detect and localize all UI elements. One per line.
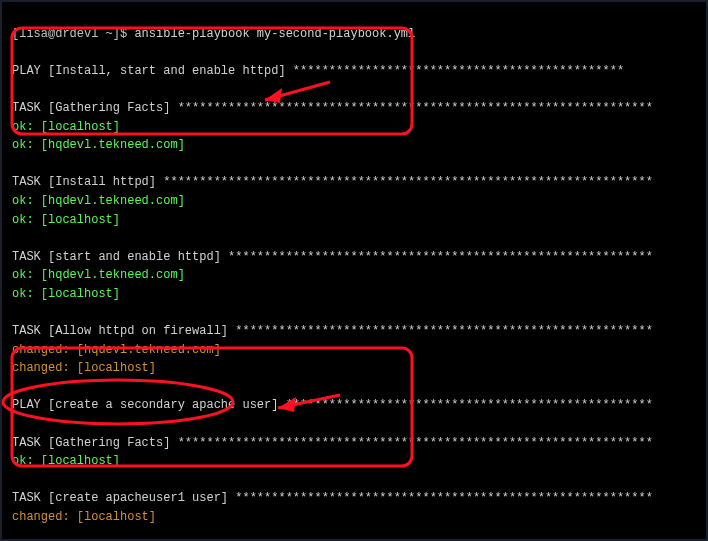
task-gather-facts-1: TASK [Gathering Facts] *****************… xyxy=(12,101,653,115)
task-start-httpd: TASK [start and enable httpd] **********… xyxy=(12,250,653,264)
changed-localhost-fw: changed: [localhost] xyxy=(12,361,156,375)
ok-hqdevl-start: ok: [hqdevl.tekneed.com] xyxy=(12,268,185,282)
terminal-window: [lisa@drdevl ~]$ ansible-playbook my-sec… xyxy=(2,2,706,539)
shell-prompt: [lisa@drdevl ~]$ xyxy=(12,27,134,41)
play2-header: PLAY [create a secondary apache user] **… xyxy=(12,398,653,412)
ok-localhost-start: ok: [localhost] xyxy=(12,287,120,301)
task-create-user: TASK [create apacheuser1 user] *********… xyxy=(12,491,653,505)
ok-hqdevl-1: ok: [hqdevl.tekneed.com] xyxy=(12,138,185,152)
ok-localhost-2: ok: [localhost] xyxy=(12,454,120,468)
task-install-httpd: TASK [Install httpd] *******************… xyxy=(12,175,653,189)
command-text: ansible-playbook my-second-playbook.yml xyxy=(134,27,415,41)
play1-header: PLAY [Install, start and enable httpd] *… xyxy=(12,64,624,78)
ok-hqdevl-install: ok: [hqdevl.tekneed.com] xyxy=(12,194,185,208)
ok-localhost-install: ok: [localhost] xyxy=(12,213,120,227)
task-gather-facts-2: TASK [Gathering Facts] *****************… xyxy=(12,436,653,450)
changed-hqdevl-fw: changed: [hqdevl.tekneed.com] xyxy=(12,343,221,357)
changed-localhost-user: changed: [localhost] xyxy=(12,510,156,524)
ok-localhost-1: ok: [localhost] xyxy=(12,120,120,134)
task-firewall: TASK [Allow httpd on firewall] *********… xyxy=(12,324,653,338)
